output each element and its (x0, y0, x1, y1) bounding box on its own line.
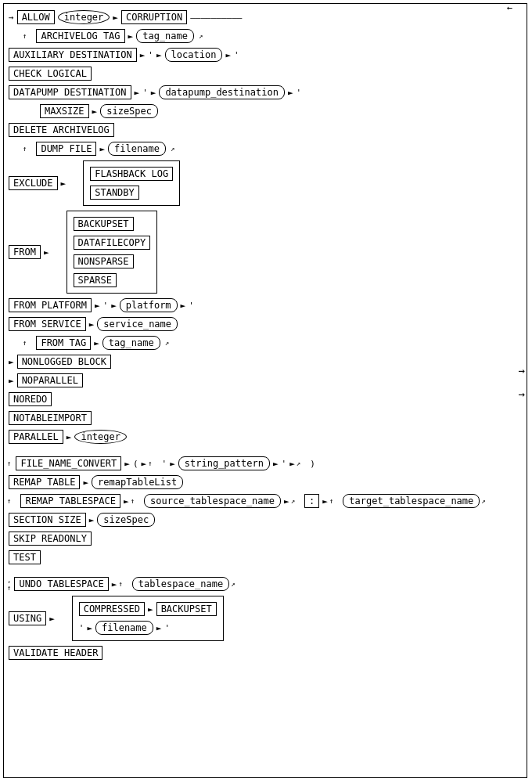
location-rounded: location (165, 48, 223, 62)
service-name-rounded: service_name (97, 317, 178, 331)
row-remap-table: REMAP TABLE ► remapTableList (7, 474, 523, 491)
delete-archivelog-box: DELETE ARCHIVELOG (9, 123, 114, 137)
notableimport-box: NOTABLEIMPORT (9, 411, 92, 425)
remap-table-box: REMAP TABLE (9, 475, 80, 489)
colon-box: : (304, 494, 319, 508)
integer-oval: integer (58, 10, 110, 24)
diagram: ← → ALLOW integer ► CORRUPTION —————————… (3, 3, 527, 778)
datafilecopy-box: DATAFILECOPY (74, 236, 151, 250)
row-delete-archivelog: DELETE ARCHIVELOG (7, 121, 523, 139)
backupset2-box: BACKUPSET (156, 602, 217, 616)
corruption-box: CORRUPTION (121, 10, 187, 24)
datapump-dest-box: DATAPUMP DESTINATION (9, 85, 131, 99)
test-box: TEST (9, 550, 41, 564)
remap-tablespace-box: REMAP TABLESPACE (20, 494, 120, 508)
tag-name-rounded2: tag_name (102, 336, 160, 350)
row-test: TEST (7, 549, 523, 566)
from-datafilecopy: DATAFILECOPY (72, 234, 153, 251)
standby-box: STANDBY (90, 186, 139, 200)
filename-rounded2: filename (95, 621, 153, 635)
backupset-box: BACKUPSET (74, 217, 134, 231)
exclude-flashback: FLASHBACK LOG (88, 165, 174, 182)
from-sparse: SPARSE (72, 272, 153, 289)
from-backupset: BACKUPSET (72, 215, 153, 232)
arrow2: ► (113, 13, 118, 23)
from-box: FROM (9, 245, 41, 259)
row-remap-tablespace: ↑ REMAP TABLESPACE ► ↑ source_tablespace… (7, 492, 523, 510)
from-service-box: FROM SERVICE (9, 317, 86, 331)
exclude-group: FLASHBACK LOG STANDBY (83, 160, 180, 206)
integer-oval2: integer (74, 430, 127, 444)
sizespec-rounded1: sizeSpec (100, 104, 158, 118)
top-arrow: ← (507, 2, 512, 13)
undo-tablespace-box: UNDO TABLESPACE (14, 577, 108, 591)
noredo-box: NOREDO (9, 392, 52, 406)
row-using: USING ► COMPRESSED ► BACKUPSET ' ► filen… (7, 594, 523, 643)
allow-box: ALLOW (17, 10, 55, 24)
row-notableimport: NOTABLEIMPORT (7, 409, 523, 427)
row-datapump: DATAPUMP DESTINATION ► ' ► datapump_dest… (7, 84, 523, 101)
row-section-size: SECTION SIZE ► sizeSpec (7, 511, 523, 528)
row-maxsize: MAXSIZE ► sizeSpec (38, 103, 523, 120)
row-allow: → ALLOW integer ► CORRUPTION —————————— (7, 9, 523, 26)
row-noparallel: ► NOPARALLEL (7, 372, 523, 389)
row-file-name-convert: ↑ FILE_NAME_CONVERT ► ( ► ↑ ' ► string_p… (7, 455, 523, 472)
row-from-tag: ↑ FROM TAG ► tag_name ↗ (23, 334, 523, 351)
noparallel-box: NOPARALLEL (17, 373, 83, 387)
loop-forward1: ↗ (199, 32, 203, 40)
row-auxiliary: AUXILIARY DESTINATION ► ' ► location ► ' (7, 46, 523, 63)
string-pattern-rounded: string_pattern (178, 456, 270, 470)
datapump-dest-val-rounded: datapump_destination (159, 85, 285, 99)
row-noredo: NOREDO (7, 391, 523, 408)
row-from: FROM ► BACKUPSET DATAFILECOPY NONSPARSE … (7, 209, 523, 295)
tablespace-name-rounded: tablespace_name (132, 577, 229, 591)
filename-rounded: filename (108, 142, 166, 156)
using-compressed: COMPRESSED ► BACKUPSET (77, 600, 218, 618)
from-nonsparse: NONSPARSE (72, 253, 153, 270)
sizespec-rounded2: sizeSpec (97, 513, 155, 527)
row-dump-file: ↑ DUMP FILE ► filename ↗ (23, 140, 523, 157)
section-size-box: SECTION SIZE (9, 513, 86, 527)
archivelog-tag-box: ARCHIVELOG TAG (36, 29, 124, 43)
tag-name-rounded: tag_name (136, 29, 194, 43)
using-filename: ' ► filename ► ' (77, 619, 218, 636)
nonlogged-block-box: NONLOGGED BLOCK (17, 355, 111, 369)
using-group: COMPRESSED ► BACKUPSET ' ► filename ► ' (72, 596, 224, 641)
row-undo-tablespace: , ↑ UNDO TABLESPACE ► ↑ tablespace_name … (7, 575, 523, 593)
right-arrow-mid: → (519, 364, 525, 377)
right-arrow-low: → (519, 387, 525, 400)
source-tablespace-rounded: source_tablespace_name (144, 494, 281, 508)
flashback-log-box: FLASHBACK LOG (90, 167, 173, 181)
row-from-platform: FROM PLATFORM ► ' ► platform ► ' (7, 297, 523, 314)
from-tag-box: FROM TAG (36, 336, 91, 350)
row-exclude: EXCLUDE ► FLASHBACK LOG STANDBY (7, 159, 523, 207)
target-tablespace-rounded: target_tablespace_name (343, 494, 480, 508)
skip-readonly-box: SKIP READONLY (9, 532, 92, 546)
compressed-box: COMPRESSED (79, 602, 145, 616)
remap-table-list-rounded: remapTableList (92, 475, 183, 489)
platform-rounded: platform (120, 298, 178, 312)
maxsize-box: MAXSIZE (40, 104, 89, 118)
row-nonlogged: ► NONLOGGED BLOCK (7, 353, 523, 370)
file-name-convert-box: FILE_NAME_CONVERT (16, 456, 121, 470)
check-logical-box: CHECK LOGICAL (9, 67, 92, 81)
arrow1: → (9, 13, 14, 23)
row-from-service: FROM SERVICE ► service_name (7, 315, 523, 333)
arrow3: —————————— (190, 13, 242, 23)
nonsparse-box: NONSPARSE (74, 254, 134, 268)
sparse-box: SPARSE (74, 273, 117, 287)
from-platform-box: FROM PLATFORM (9, 298, 92, 312)
exclude-box: EXCLUDE (9, 176, 58, 190)
loop-back-arrow1: ↑ (23, 32, 27, 40)
row-check-logical: CHECK LOGICAL (7, 65, 523, 82)
auxiliary-dest-box: AUXILIARY DESTINATION (9, 48, 137, 62)
row-validate-header: VALIDATE HEADER (7, 644, 523, 661)
row-parallel: PARALLEL ► integer (7, 428, 523, 445)
row-skip-readonly: SKIP READONLY (7, 530, 523, 547)
dump-file-box: DUMP FILE (36, 142, 96, 156)
validate-header-box: VALIDATE HEADER (9, 646, 102, 660)
row-archivelog: ↑ ARCHIVELOG TAG ► tag_name ↗ (23, 27, 523, 45)
exclude-standby: STANDBY (88, 184, 174, 201)
parallel-box: PARALLEL (9, 430, 63, 444)
from-group: BACKUPSET DATAFILECOPY NONSPARSE SPARSE (66, 211, 158, 294)
